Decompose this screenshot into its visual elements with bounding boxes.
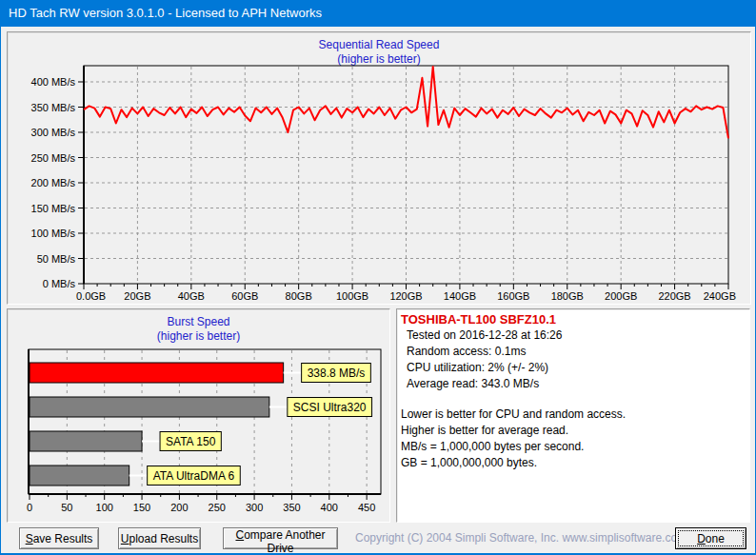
x-tick-label: 250	[209, 502, 226, 513]
compare-label: ompare Another Drive	[244, 528, 325, 555]
x-tick-label: 200GB	[605, 290, 637, 302]
y-tick-label: 50 MB/s	[37, 253, 76, 265]
drive-name: TOSHIBA-TL100 SBFZ10.1	[397, 309, 749, 327]
upload-results-button[interactable]: Upload Results	[118, 527, 201, 549]
x-tick-label: 400	[321, 502, 338, 513]
burst-bar	[30, 363, 284, 383]
y-tick-label: 100 MB/s	[31, 228, 76, 239]
x-tick-label: 0.0GB	[76, 290, 106, 302]
burst-bar	[30, 466, 129, 486]
burst-speed-panel: Burst Speed (higher is better) 050100150…	[7, 308, 390, 523]
x-tick-label: 300	[246, 502, 263, 513]
copyright-text: Copyright (C) 2004 Simpli Software, Inc.…	[355, 531, 669, 545]
x-tick-label: 20GB	[124, 290, 150, 302]
sequential-read-chart: 0 MB/s50 MB/s100 MB/s150 MB/s200 MB/s250…	[8, 32, 750, 304]
save-results-label: ave Results	[33, 532, 93, 545]
note-line: Higher is better for average read.	[397, 423, 749, 439]
x-tick-label: 50	[61, 502, 72, 513]
x-tick-label: 60GB	[231, 290, 258, 302]
x-tick-label: 140GB	[444, 290, 476, 302]
done-label: one	[706, 532, 725, 545]
result-notes: Lower is better for CPU and random acces…	[397, 406, 749, 471]
x-tick-label: 150	[133, 502, 150, 513]
x-tick-label: 220GB	[658, 290, 690, 302]
y-tick-label: 350 MB/s	[31, 102, 76, 113]
x-tick-label: 240GB	[704, 290, 736, 302]
save-results-accel: S	[26, 532, 33, 545]
burst-bar	[30, 397, 269, 417]
compare-accel: C	[235, 528, 244, 542]
done-button[interactable]: Done	[675, 527, 746, 549]
x-tick-label: 200	[170, 502, 188, 513]
burst-speed-chart: 050100150200250300350400450338.8 MB/sSCS…	[8, 309, 389, 522]
bar-label-text: SCSI Ultra320	[293, 401, 367, 414]
note-line: Lower is better for CPU and random acces…	[397, 406, 749, 423]
bar-label-text: ATA UltraDMA 6	[153, 469, 235, 483]
y-tick-label: 200 MB/s	[31, 177, 76, 188]
spacer	[397, 392, 749, 406]
x-tick-label: 100	[96, 502, 113, 513]
y-tick-label: 150 MB/s	[31, 203, 76, 214]
x-tick-label: 450	[358, 502, 375, 513]
y-tick-label: 250 MB/s	[31, 152, 76, 164]
burst-bar	[30, 431, 142, 451]
drive-detail-line: Tested on 2016-12-28 at 16:26	[397, 327, 749, 344]
window-title: HD Tach RW version 3.0.1.0 - Licensed to…	[9, 6, 322, 20]
x-tick-label: 180GB	[551, 290, 584, 302]
x-tick-label: 0	[27, 502, 32, 513]
x-tick-label: 120GB	[389, 290, 422, 302]
save-results-button[interactable]: Save Results	[19, 527, 99, 549]
app-window: HD Tach RW version 3.0.1.0 - Licensed to…	[0, 0, 756, 555]
x-tick-label: 350	[283, 502, 300, 513]
drive-detail-line: CPU utilization: 2% (+/- 2%)	[397, 360, 749, 376]
bar-label-text: 338.8 MB/s	[308, 367, 366, 380]
x-tick-label: 40GB	[178, 290, 205, 302]
note-line: MB/s = 1,000,000 bytes per second.	[397, 439, 749, 455]
upload-results-label: pload Results	[129, 532, 198, 545]
x-tick-label: 160GB	[497, 290, 529, 302]
note-line: GB = 1,000,000,000 bytes.	[397, 455, 749, 471]
y-tick-label: 0 MB/s	[43, 278, 76, 289]
done-accel: D	[697, 532, 706, 545]
x-tick-label: 100GB	[336, 290, 368, 302]
bar-label-text: SATA 150	[166, 435, 216, 448]
y-tick-label: 400 MB/s	[31, 76, 76, 88]
title-bar[interactable]: HD Tach RW version 3.0.1.0 - Licensed to…	[1, 0, 755, 27]
y-tick-label: 300 MB/s	[31, 127, 76, 138]
sequential-read-panel: Sequential Read Speed (higher is better)…	[7, 31, 751, 305]
compare-another-drive-button[interactable]: Compare Another Drive	[223, 527, 338, 549]
x-tick-label: 80GB	[286, 290, 312, 302]
drive-info-panel: TOSHIBA-TL100 SBFZ10.1 Tested on 2016-12…	[396, 308, 750, 523]
drive-details: Tested on 2016-12-28 at 16:26Random acce…	[397, 327, 749, 392]
drive-detail-line: Average read: 343.0 MB/s	[397, 376, 749, 392]
drive-detail-line: Random access: 0.1ms	[397, 344, 749, 360]
